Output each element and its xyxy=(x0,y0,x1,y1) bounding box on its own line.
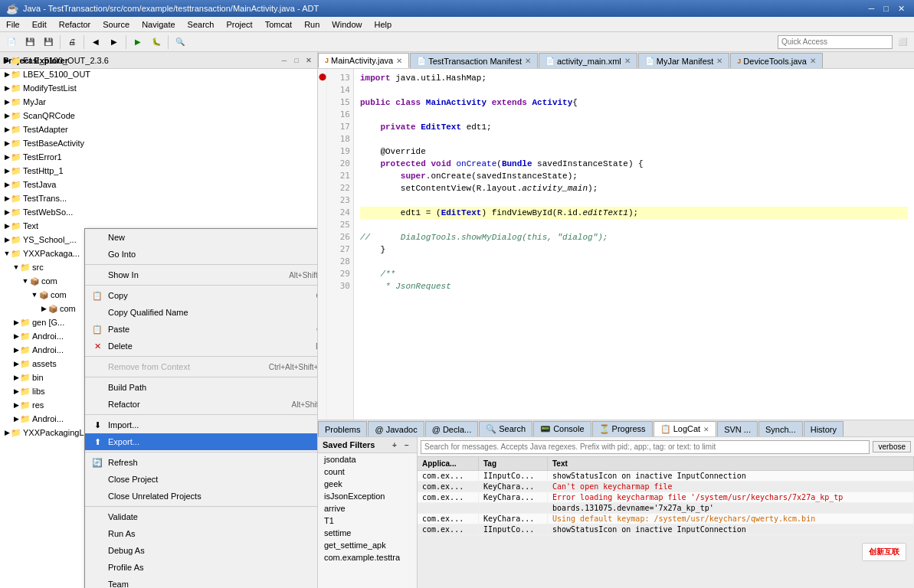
cm-export[interactable]: ⬆ Export... xyxy=(85,433,318,450)
tree-item-modify[interactable]: ▶ ModifyTestList xyxy=(0,81,317,95)
cm-close-project[interactable]: Close Project xyxy=(85,471,318,488)
cm-copy-qualified[interactable]: Copy Qualified Name xyxy=(85,304,318,321)
cm-sep-5 xyxy=(85,414,318,415)
tree-item-fast5100[interactable]: ▶ Fast_5100_OUT_2.3.6 xyxy=(0,54,317,67)
log-row-1: com.ex... IInputCo... showStatusIcon on … xyxy=(418,471,914,482)
toolbar-save-all[interactable]: 💾 xyxy=(40,34,57,51)
tab-decla[interactable]: @ Decla... xyxy=(425,421,479,436)
log-cell-tag: KeyChara... xyxy=(479,482,548,492)
code-line-13: import java.util.HashMap; xyxy=(360,72,908,84)
toolbar-save[interactable]: 💾 xyxy=(21,34,38,51)
tab-testtransaction-manifest[interactable]: 📄 TestTransaction Manifest ✕ xyxy=(410,53,538,68)
sf-item-com-example[interactable]: com.example.testtra xyxy=(318,551,417,564)
sf-item-isjsonexception[interactable]: isJsonException xyxy=(318,490,417,502)
tab-console[interactable]: 📟 Console xyxy=(533,421,591,436)
tab-close-button[interactable]: ✕ xyxy=(396,57,402,65)
code-editor[interactable]: ⬤ 1314151617 1819202122 2324252627 28293… xyxy=(318,69,914,420)
log-search-input[interactable] xyxy=(421,440,870,454)
tab-history[interactable]: History xyxy=(804,421,844,436)
menu-help[interactable]: Help xyxy=(368,18,398,31)
tab-svn[interactable]: SVN ... xyxy=(717,421,758,436)
toolbar-debug[interactable]: 🐛 xyxy=(148,34,165,51)
cm-debug-as[interactable]: Debug As ▶ xyxy=(85,542,318,559)
menu-edit[interactable]: Edit xyxy=(26,18,53,31)
menu-source[interactable]: Source xyxy=(97,18,136,31)
sf-item-get-settime[interactable]: get_settime_apk xyxy=(318,539,417,551)
sf-item-arrive[interactable]: arrive xyxy=(318,502,417,514)
menu-search[interactable]: Search xyxy=(182,18,221,31)
sf-item-geek[interactable]: geek xyxy=(318,478,417,490)
cm-close-unrelated[interactable]: Close Unrelated Projects xyxy=(85,488,318,505)
expand-arrow: ▶ xyxy=(3,167,11,175)
toolbar-maximize[interactable]: ⬜ xyxy=(894,34,911,51)
tree-item-testerror[interactable]: ▶ TestError1 xyxy=(0,150,317,164)
logcat-tab-close[interactable]: ✕ xyxy=(703,426,709,433)
menu-navigate[interactable]: Navigate xyxy=(136,18,181,31)
sf-item-jsondata[interactable]: jsondata xyxy=(318,453,417,466)
tree-item-lbex[interactable]: ▶ LBEX_5100_OUT xyxy=(0,67,317,81)
toolbar-forward[interactable]: ▶ xyxy=(106,34,123,51)
toolbar-search[interactable]: 🔍 xyxy=(172,34,188,51)
cm-show-in[interactable]: Show In Alt+Shift+W ▶ xyxy=(85,266,318,283)
code-content[interactable]: import java.util.HashMap; public class M… xyxy=(354,69,914,420)
tab-activity-main[interactable]: 📄 activity_main.xml ✕ xyxy=(539,53,637,68)
tree-item-testjava[interactable]: ▶ TestJava xyxy=(0,178,317,191)
cm-refresh[interactable]: 🔄 Refresh F5 xyxy=(85,454,318,471)
tab-synch[interactable]: Synch... xyxy=(758,421,803,436)
cm-new[interactable]: New ▶ xyxy=(85,229,318,246)
maximize-button[interactable]: □ xyxy=(880,4,892,14)
tab-problems[interactable]: Problems xyxy=(318,421,367,436)
menu-refactor[interactable]: Refactor xyxy=(53,18,97,31)
sf-remove-button[interactable]: − xyxy=(401,439,412,450)
minimize-button[interactable]: ─ xyxy=(866,4,878,14)
tab-close-button[interactable]: ✕ xyxy=(716,57,722,65)
menu-run[interactable]: Run xyxy=(298,18,326,31)
tab-close-button[interactable]: ✕ xyxy=(525,57,531,65)
tab-progress[interactable]: ⏳ Progress xyxy=(592,421,653,436)
menu-project[interactable]: Project xyxy=(220,18,258,31)
sf-item-settime[interactable]: settime xyxy=(318,527,417,539)
tab-close-button[interactable]: ✕ xyxy=(810,57,816,65)
cm-team[interactable]: Team ▶ xyxy=(85,576,318,588)
toolbar-run[interactable]: ▶ xyxy=(129,34,146,51)
sf-item-count[interactable]: count xyxy=(318,466,417,478)
menu-tomcat[interactable]: Tomcat xyxy=(259,18,298,31)
tab-mainactivity[interactable]: J MainActivity.java ✕ xyxy=(318,53,409,68)
tree-item-testadapter[interactable]: ▶ TestAdapter xyxy=(0,122,317,136)
tree-item-scan[interactable]: ▶ ScanQRCode xyxy=(0,109,317,122)
tree-item-testtrans[interactable]: ▶ TestTrans... xyxy=(0,191,317,205)
tab-myjar-manifest[interactable]: 📄 MyJar Manifest ✕ xyxy=(638,53,730,68)
menu-file[interactable]: File xyxy=(0,18,26,31)
tab-logcat[interactable]: 📋 LogCat ✕ xyxy=(654,421,717,436)
tree-item-testhttp[interactable]: ▶ TestHttp_1 xyxy=(0,164,317,178)
sf-item-t1[interactable]: T1 xyxy=(318,514,417,527)
bottom-tab-bar: Problems @ Javadoc @ Decla... 🔍 Search 📟… xyxy=(318,420,914,437)
menu-window[interactable]: Window xyxy=(326,18,368,31)
tab-devicetools[interactable]: J DeviceTools.java ✕ xyxy=(730,53,823,68)
cm-build-path[interactable]: Build Path ▶ xyxy=(85,379,318,396)
cm-refactor[interactable]: Refactor Alt+Shift+T ▶ xyxy=(85,396,318,413)
cm-import[interactable]: ⬇ Import... xyxy=(85,416,318,433)
cm-run-as[interactable]: Run As ▶ xyxy=(85,525,318,542)
toolbar-back[interactable]: ◀ xyxy=(87,34,104,51)
cm-profile-as[interactable]: Profile As ▶ xyxy=(85,559,318,576)
cm-go-into[interactable]: Go Into xyxy=(85,246,318,263)
tab-javadoc[interactable]: @ Javadoc xyxy=(368,421,424,436)
toolbar-new[interactable]: 📄 xyxy=(3,34,20,51)
tab-search[interactable]: 🔍 Search xyxy=(479,421,532,436)
cm-paste[interactable]: 📋 Paste Ctrl+V xyxy=(85,321,318,338)
quick-access-input[interactable] xyxy=(778,35,893,49)
log-cell-tag: IInputCo... xyxy=(479,471,548,481)
cm-copy[interactable]: 📋 Copy Ctrl+C xyxy=(85,287,318,304)
tree-item-myjar[interactable]: ▶ MyJar xyxy=(0,95,317,109)
sf-add-button[interactable]: + xyxy=(389,439,400,450)
cm-validate[interactable]: Validate xyxy=(85,508,318,525)
verbose-button[interactable]: verbose xyxy=(873,441,911,452)
window-title: Java - TestTransaction/src/com/example/t… xyxy=(23,4,319,13)
close-button[interactable]: ✕ xyxy=(895,4,908,14)
tab-close-button[interactable]: ✕ xyxy=(624,57,631,65)
toolbar-print[interactable]: 🖨 xyxy=(64,34,80,51)
tree-item-testwebso[interactable]: ▶ TestWebSo... xyxy=(0,205,317,219)
cm-delete[interactable]: ✕ Delete Delete xyxy=(85,338,318,354)
tree-item-testbase[interactable]: ▶ TestBaseActivity xyxy=(0,136,317,150)
